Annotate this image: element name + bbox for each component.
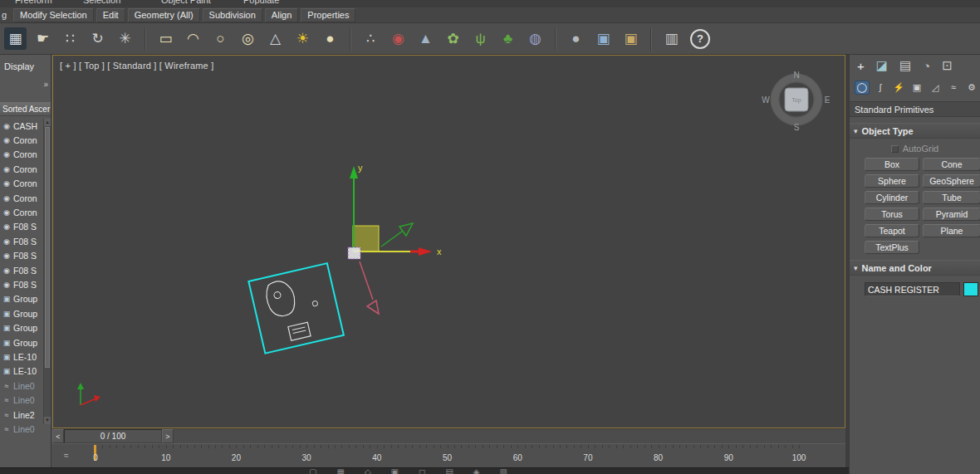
viewport-canvas[interactable]: Top N S W E y x [53, 56, 845, 428]
scene-item-14[interactable]: ▣Group [0, 320, 43, 335]
spheres-pair-icon[interactable]: ◉ [387, 27, 409, 50]
cash-register-object[interactable] [248, 263, 344, 354]
time-slider-thumb[interactable]: 0 / 100 [64, 429, 162, 443]
status-icon-2[interactable]: ▦ [336, 468, 344, 474]
cone-primitive-icon[interactable]: △ [264, 27, 287, 50]
gizmo-origin-handle[interactable] [348, 247, 360, 259]
scene-item-15[interactable]: ▣Group [0, 335, 43, 349]
scroll-up-button[interactable]: ▲ [44, 119, 51, 126]
scene-item-2[interactable]: ◉Coron [0, 148, 43, 162]
scene-item-11[interactable]: ◉F08 S [0, 277, 43, 291]
name-color-rollout-header[interactable]: ▾ Name and Color [850, 260, 980, 276]
objtype-tube-button[interactable]: Tube [923, 191, 980, 204]
paint-select-icon[interactable]: ☛ [32, 27, 54, 50]
transform-gizmo[interactable]: y x [348, 163, 442, 314]
systems-category[interactable]: ⚙ [965, 81, 978, 94]
swirl-icon[interactable]: ◍ [524, 27, 546, 50]
gizmo-x-arrowhead[interactable] [419, 247, 432, 256]
create-tab[interactable]: + [857, 59, 865, 73]
gizmo-diagonal-green-arrow[interactable] [381, 231, 403, 247]
gizmo-diagonal-red-arrowhead[interactable] [367, 301, 379, 314]
compass-west[interactable]: W [762, 95, 770, 105]
tree-icon[interactable]: ♣ [497, 27, 519, 50]
help-icon[interactable]: ? [690, 29, 710, 49]
scene-item-13[interactable]: ▣Group [0, 306, 43, 320]
scene-item-19[interactable]: ≈Line0 [0, 393, 43, 407]
scene-item-9[interactable]: ◉F08 S [0, 249, 43, 263]
compass-east[interactable]: E [825, 95, 831, 105]
objtype-textplus-button[interactable]: TextPlus [865, 241, 919, 254]
helpers-category[interactable]: ◿ [929, 81, 942, 94]
viewcube-compass[interactable]: Top N S W E [762, 71, 830, 132]
scene-item-17[interactable]: ▣LE-10 [0, 364, 43, 379]
scene-item-12[interactable]: ▣Group [0, 292, 43, 306]
scrollbar-thumb[interactable] [45, 127, 50, 368]
modify-tab[interactable]: ◪ [876, 58, 888, 73]
ring-primitive-icon[interactable]: ○ [209, 27, 232, 50]
ribbon-tab-properties[interactable]: Properties [301, 8, 355, 22]
objtype-cylinder-button[interactable]: Cylinder [865, 191, 919, 204]
ribbon-top-tab-selection[interactable]: Selection [83, 0, 120, 5]
cameras-category[interactable]: ▣ [910, 81, 924, 94]
hierarchy-tab[interactable]: ▤ [899, 58, 911, 73]
geometry-category[interactable]: ◯ [855, 81, 869, 94]
wire-pyramid-icon[interactable]: ▲ [414, 27, 437, 50]
status-icon-8[interactable]: ▥ [500, 468, 507, 474]
objtype-sphere-button[interactable]: Sphere [865, 174, 919, 188]
previous-frame-button[interactable]: < [52, 429, 64, 443]
explorer-scrollbar[interactable]: ▲ ▼ [43, 119, 51, 424]
object-name-input[interactable] [865, 282, 960, 296]
status-icon-6[interactable]: ▤ [445, 468, 453, 474]
scene-item-10[interactable]: ◉F08 S [0, 263, 43, 277]
scene-item-7[interactable]: ◉F08 S [0, 220, 43, 234]
autogrid-checkbox[interactable] [891, 145, 899, 153]
ribbon-tab-modify-selection[interactable]: Modify Selection [13, 8, 94, 22]
objtype-torus-button[interactable]: Torus [865, 208, 919, 221]
scatter-icon[interactable]: ∴ [360, 27, 382, 50]
viewport-label[interactable]: [ + ] [ Top ] [ Standard ] [ Wireframe ] [60, 61, 213, 71]
gray-sphere-icon[interactable]: ● [565, 27, 587, 50]
mini-curve-editor-icon[interactable]: ≈ [64, 451, 69, 460]
ribbon-tab-align[interactable]: Align [265, 8, 298, 22]
gizmo-diagonal-green-arrowhead[interactable] [399, 223, 413, 236]
status-icon-5[interactable]: ◻ [419, 468, 425, 474]
motion-tab[interactable]: ◔ [923, 59, 930, 73]
ribbon-tab-edit[interactable]: Edit [96, 8, 125, 22]
shapes-category[interactable]: ʃ [874, 81, 887, 94]
architecture-columns-icon[interactable]: ▥ [660, 27, 683, 50]
objtype-plane-button[interactable]: Plane [923, 224, 980, 237]
track-bar[interactable]: ≈ 0102030405060708090100 [52, 443, 845, 467]
spacewarps-category[interactable]: ≈ [947, 81, 960, 94]
scene-item-0[interactable]: ◉CASH [0, 119, 43, 133]
scene-item-1[interactable]: ◉Coron [0, 133, 43, 147]
paint-dots-icon[interactable]: ∷ [59, 27, 81, 50]
gizmo-diagonal-red-arrow[interactable] [360, 261, 373, 300]
scene-item-21[interactable]: ≈Line0 [0, 422, 43, 436]
objtype-teapot-button[interactable]: Teapot [865, 224, 919, 237]
scene-item-8[interactable]: ◉F08 S [0, 234, 43, 248]
primitive-category-dropdown[interactable]: Standard Primitives [850, 101, 980, 117]
time-slider[interactable]: < 0 / 100 > [52, 428, 845, 443]
status-icon-7[interactable]: ◈ [473, 468, 480, 474]
dome-primitive-icon[interactable]: ◠ [182, 27, 204, 50]
ribbon-tab-geometry-all-[interactable]: Geometry (All) [128, 8, 200, 22]
objtype-box-button[interactable]: Box [865, 158, 919, 171]
ribbon-top-tab-freeform[interactable]: Freeform [15, 0, 52, 5]
explorer-sort-header[interactable]: Sorted Ascer [0, 102, 51, 116]
compass-north[interactable]: N [793, 71, 799, 80]
scene-item-16[interactable]: ▣LE-10 [0, 349, 43, 364]
time-slider-track[interactable] [174, 429, 845, 443]
status-icon-4[interactable]: ▣ [391, 468, 399, 474]
object-type-rollout-header[interactable]: ▾ Object Type [850, 123, 980, 139]
objtype-geosphere-button[interactable]: GeoSphere [923, 174, 980, 188]
render-frame-alt-icon[interactable]: ▣ [620, 27, 642, 50]
render-frame-icon[interactable]: ▣ [592, 27, 615, 50]
display-tab[interactable]: ⊡ [942, 58, 953, 73]
sphere-primitive-icon[interactable]: ● [319, 27, 341, 50]
spray-brush-icon[interactable]: ✳ [114, 27, 136, 50]
rectangle-primitive-icon[interactable]: ▭ [154, 27, 177, 50]
next-frame-button[interactable]: > [162, 429, 174, 443]
sun-icon[interactable]: ☀ [292, 27, 314, 50]
scene-item-6[interactable]: ◉Coron [0, 205, 43, 219]
compass-south[interactable]: S [794, 123, 800, 132]
